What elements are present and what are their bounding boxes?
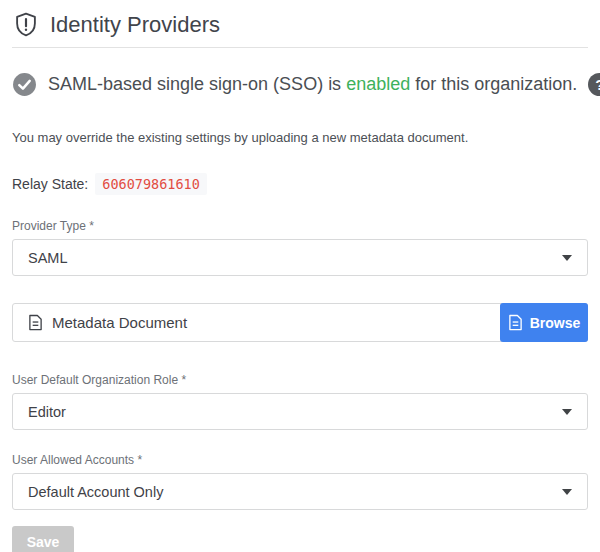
allowed-accounts-field: User Allowed Accounts * Default Account … <box>12 453 588 510</box>
sso-text-suffix: for this organization. <box>410 74 577 94</box>
chevron-down-icon <box>562 409 572 415</box>
allowed-accounts-label: User Allowed Accounts * <box>12 453 588 467</box>
relay-state-label: Relay State: <box>12 176 88 192</box>
provider-type-select[interactable]: SAML <box>12 239 588 276</box>
browse-button-label: Browse <box>530 315 581 331</box>
shield-exclamation-icon <box>13 11 39 38</box>
page-header: Identity Providers <box>12 0 588 48</box>
identity-providers-page: Identity Providers SAML-based single sig… <box>0 0 600 552</box>
check-circle-icon <box>12 72 37 97</box>
metadata-document-placeholder: Metadata Document <box>52 314 187 331</box>
metadata-document-placeholder-wrap: Metadata Document <box>13 314 187 331</box>
question-circle-icon[interactable]: ? <box>588 73 600 96</box>
provider-type-label: Provider Type * <box>12 219 588 233</box>
org-role-value: Editor <box>28 404 66 420</box>
chevron-down-icon <box>562 255 572 261</box>
sso-status-text: SAML-based single sign-on (SSO) is enabl… <box>48 74 577 95</box>
chevron-down-icon <box>562 489 572 495</box>
page-title: Identity Providers <box>50 12 220 38</box>
org-role-label: User Default Organization Role * <box>12 373 588 387</box>
document-icon <box>28 314 43 331</box>
provider-type-value: SAML <box>28 250 68 266</box>
org-role-field: User Default Organization Role * Editor <box>12 373 588 430</box>
override-description: You may override the existing settings b… <box>12 130 588 145</box>
metadata-document-upload[interactable]: Metadata Document Browse <box>12 303 588 342</box>
provider-type-field: Provider Type * SAML <box>12 219 588 276</box>
org-role-select[interactable]: Editor <box>12 393 588 430</box>
allowed-accounts-value: Default Account Only <box>28 484 163 500</box>
document-icon <box>508 314 523 331</box>
sso-text-prefix: SAML-based single sign-on (SSO) is <box>48 74 346 94</box>
sso-status-highlight: enabled <box>346 74 410 94</box>
relay-state-row: Relay State: 606079861610 <box>12 173 588 195</box>
relay-state-value: 606079861610 <box>95 173 207 195</box>
allowed-accounts-select[interactable]: Default Account Only <box>12 473 588 510</box>
browse-button[interactable]: Browse <box>500 303 588 342</box>
save-button[interactable]: Save <box>12 526 74 552</box>
sso-status-row: SAML-based single sign-on (SSO) is enabl… <box>12 72 588 97</box>
